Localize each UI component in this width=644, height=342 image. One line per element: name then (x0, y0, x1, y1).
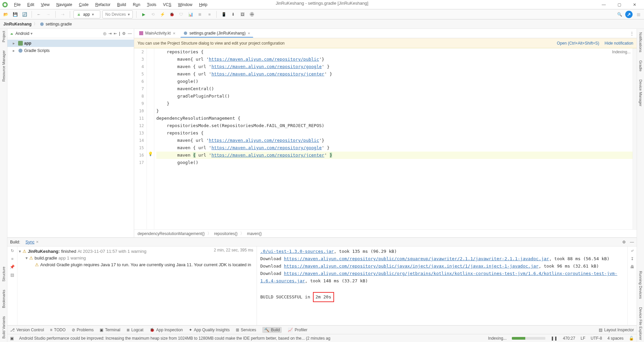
code-content[interactable]: repositories { maven{ url 'https://maven… (154, 48, 633, 229)
build-tree[interactable]: 2 min, 22 sec, 395 ms ▾ ⚠ JinRuKeshang: … (17, 246, 257, 325)
resource-manager-icon[interactable]: 🖼 (239, 11, 246, 18)
status-message[interactable]: Android Studio performance could be impr… (19, 336, 483, 341)
intention-bulb-icon[interactable]: 💡 (148, 152, 153, 156)
project-view-selector[interactable]: Android (15, 31, 29, 36)
scroll-to-end-icon[interactable]: ↧ (631, 256, 634, 261)
rail-running-devices[interactable]: Running Devices (639, 270, 643, 299)
build-console[interactable]: .0/ui-test-1.3.0-sources.jar, took 135 m… (257, 246, 627, 325)
rail-build-variants[interactable]: Build Variants (2, 316, 6, 340)
menu-edit[interactable]: EditEdit (24, 1, 37, 8)
maximize-icon[interactable]: ▢ (614, 1, 624, 8)
crumb-drm[interactable]: dependencyResolutionManagement{} (138, 231, 205, 236)
menu-help[interactable]: HelpHelp (196, 1, 210, 8)
crumb-repos[interactable]: repositories{} (214, 231, 237, 236)
tool-services[interactable]: ⊞Services (236, 328, 256, 332)
status-line-separator[interactable]: LF (581, 336, 585, 341)
stop-icon[interactable]: ■ (206, 11, 213, 18)
build-settings-icon[interactable]: ⚙ (622, 240, 626, 244)
menu-code[interactable]: CodeCode (76, 1, 91, 8)
menu-tools[interactable]: ToolsTools (144, 1, 159, 8)
run-configuration-dropdown[interactable]: app ▾ (73, 10, 100, 18)
crumb-file[interactable]: settings.gradle (40, 22, 72, 26)
device-selector-dropdown[interactable]: No Devices ▾ (102, 10, 133, 18)
build-hide-icon[interactable]: — (630, 240, 634, 244)
apply-changes-icon[interactable]: ⟲ (149, 11, 157, 18)
tool-logcat[interactable]: ≣Logcat (126, 328, 144, 332)
sdk-manager-icon[interactable]: ⬇ (229, 11, 237, 18)
restart-icon[interactable]: ↻ (11, 248, 14, 253)
soft-wrap-icon[interactable]: ⤶ (631, 248, 634, 253)
back-icon[interactable]: ← (35, 11, 43, 18)
tool-app-inspection[interactable]: 🐞App Inspection (150, 328, 183, 332)
menu-refactor[interactable]: RefactorRefactor (93, 1, 113, 8)
build-sync-tab[interactable]: Sync ✕ (24, 239, 40, 245)
tool-build[interactable]: 🔨Build (262, 327, 282, 333)
tab-mainactivity[interactable]: MainActivity.kt ✕ (136, 29, 178, 38)
minimize-icon[interactable]: — (599, 1, 608, 8)
pin-icon[interactable]: 📌 (10, 265, 15, 269)
notice-hide-link[interactable]: Hide notification (605, 41, 633, 46)
notice-open-link[interactable]: Open (Ctrl+Alt+Shift+S) (557, 41, 599, 46)
menu-build[interactable]: BuildBuild (114, 1, 129, 8)
expand-all-icon[interactable]: ⇥ (108, 31, 112, 36)
tab-overflow-icon[interactable]: ⋮ (630, 31, 634, 36)
forward-icon[interactable]: → (45, 11, 52, 18)
menu-navigate[interactable]: NavigateNavigate (54, 1, 75, 8)
tree-node-gradle-scripts[interactable]: ▸ Gradle Scripts (7, 47, 134, 54)
rail-device-file-explorer[interactable]: Device File Explorer (639, 306, 643, 340)
rail-bookmarks[interactable]: Bookmarks (2, 290, 6, 309)
search-everywhere-icon[interactable]: 🔍 (616, 11, 623, 18)
error-stripe[interactable] (633, 48, 637, 229)
hide-toolwindows-icon[interactable]: ▣ (10, 336, 14, 341)
locate-file-icon[interactable]: ◎ (103, 31, 106, 36)
project-update-icon[interactable]: ↗ (625, 11, 633, 18)
tool-todo[interactable]: ≡TODO (50, 328, 65, 332)
crumb-project[interactable]: JinRuKeshang (3, 22, 32, 26)
status-indent[interactable]: 4 spaces (607, 336, 624, 341)
menu-view[interactable]: ViewView (38, 1, 52, 8)
rail-resource-manager[interactable]: Resource Manager (2, 50, 6, 83)
status-caret-position[interactable]: 470:27 (563, 336, 575, 341)
print-icon[interactable]: 🖶 (630, 265, 634, 269)
tool-terminal[interactable]: ▣Terminal (100, 328, 120, 332)
tool-app-quality[interactable]: ✦App Quality Insights (189, 328, 230, 332)
chevron-down-icon[interactable]: ▾ (25, 255, 28, 261)
close-tab-icon[interactable]: ✕ (248, 32, 250, 35)
coverage-icon[interactable]: 🛡 (177, 11, 185, 18)
troubleshoot-icon[interactable]: 🕀 (248, 11, 256, 18)
project-settings-icon[interactable]: ⚙ (122, 31, 126, 36)
close-icon[interactable]: ✕ (630, 1, 639, 8)
pause-progress-icon[interactable]: ❚❚ (551, 336, 557, 341)
tool-version-control[interactable]: ⎇Version Control (10, 328, 44, 332)
tab-settings-gradle[interactable]: settings.gradle (JinRuKeshang) ✕ (180, 29, 253, 38)
chevron-down-icon[interactable]: ▾ (19, 249, 21, 254)
chevron-right-icon[interactable]: ▸ (13, 48, 17, 53)
nav-forward-icon[interactable]: ⇢ (59, 11, 66, 18)
hide-panel-icon[interactable]: — (128, 31, 132, 36)
crumb-maven[interactable]: maven{} (247, 231, 262, 236)
rail-gradle[interactable]: Gradle (639, 59, 643, 71)
close-tab-icon[interactable]: ✕ (36, 240, 39, 244)
status-encoding[interactable]: UTF-8 (591, 336, 602, 341)
progress-bar[interactable] (512, 337, 545, 340)
stop-icon[interactable]: ■ (11, 256, 13, 261)
save-all-icon[interactable]: 💾 (11, 11, 19, 18)
open-icon[interactable]: 📂 (2, 11, 9, 18)
debug-icon[interactable]: 🐞 (168, 11, 175, 18)
tool-problems[interactable]: ⊘Problems (72, 328, 94, 332)
menu-vcs[interactable]: VCSVCS (160, 1, 174, 8)
attach-debugger-icon[interactable]: ⏹ (196, 11, 204, 18)
tool-profiler[interactable]: 📈Profiler (288, 328, 307, 332)
status-indexing[interactable]: Indexing... (488, 336, 506, 341)
rail-structure[interactable]: Structure (2, 267, 6, 283)
apply-code-icon[interactable]: ⚡ (159, 11, 166, 18)
code-editor[interactable]: 234567891011121314151617 💡 repositories … (134, 48, 637, 229)
menu-file[interactable]: FFileile (11, 1, 23, 8)
close-tab-icon[interactable]: ✕ (173, 32, 175, 35)
tree-node-app[interactable]: ▸ app (7, 40, 134, 47)
run-icon[interactable]: ▶ (140, 11, 147, 18)
rail-project[interactable]: Project (2, 31, 6, 44)
tool-layout-inspector[interactable]: ▤Layout Inspector (599, 328, 634, 332)
sync-gradle-icon[interactable]: 🔄 (21, 11, 28, 18)
rail-device-manager[interactable]: Device Manager (639, 78, 643, 106)
